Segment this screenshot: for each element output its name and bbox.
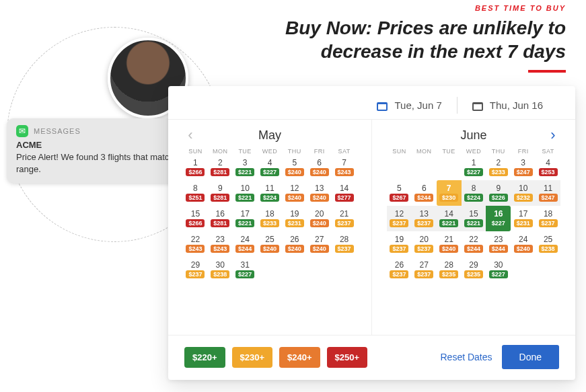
calendar-day[interactable]: 28$235 xyxy=(437,257,462,282)
headline: Buy Now: Prices are unlikely to decrease… xyxy=(216,16,566,63)
calendar-panel: Tue, Jun 7 Thu, Jun 16 ‹MaySUNMONTUEWEDT… xyxy=(168,86,575,380)
calendar-day[interactable]: 8$251 xyxy=(183,180,208,206)
calendar-day[interactable]: 16$281 xyxy=(208,206,233,231)
calendar-day[interactable]: 6$240 xyxy=(307,155,332,180)
calendar-day[interactable]: 5$240 xyxy=(282,155,307,180)
calendar-day[interactable]: 4$227 xyxy=(258,155,283,180)
calendar-day[interactable]: 1$227 xyxy=(462,155,486,180)
day-number: 19 xyxy=(290,210,299,218)
calendar-day[interactable]: 28$237 xyxy=(332,231,357,257)
calendar-day[interactable]: 6$244 xyxy=(412,180,437,206)
day-price: $240 xyxy=(310,194,329,202)
calendar-day[interactable]: 17$221 xyxy=(233,206,258,231)
prev-month-button[interactable]: ‹ xyxy=(183,128,198,143)
legend-chip: $250+ xyxy=(327,347,368,368)
calendar-day[interactable]: 18$233 xyxy=(258,206,283,231)
calendar-day[interactable]: 8$224 xyxy=(462,180,486,206)
calendar-day[interactable]: 2$233 xyxy=(486,155,511,180)
day-number: 21 xyxy=(340,210,349,218)
depart-date-field[interactable]: Tue, Jun 7 xyxy=(362,97,456,114)
calendar-day[interactable]: 7$243 xyxy=(332,155,357,180)
calendar-day[interactable]: 14$277 xyxy=(332,180,357,206)
day-number: 28 xyxy=(340,235,349,243)
calendar-day[interactable]: 9$226 xyxy=(486,180,511,206)
calendar-day[interactable]: 23$243 xyxy=(208,231,233,257)
calendar-day[interactable]: 30$227 xyxy=(486,257,511,282)
day-number: 8 xyxy=(472,184,476,192)
day-price: $221 xyxy=(235,219,254,228)
day-price: $227 xyxy=(489,270,508,279)
calendar-day[interactable]: 18$237 xyxy=(536,206,560,231)
calendar-day[interactable]: 30$238 xyxy=(208,257,233,282)
calendar-day[interactable]: 2$281 xyxy=(208,155,233,180)
day-price: $237 xyxy=(335,245,354,253)
calendar-day[interactable]: 21$237 xyxy=(332,206,357,231)
day-price: $224 xyxy=(260,194,279,202)
next-month-button[interactable]: › xyxy=(546,128,560,143)
calendar-day[interactable]: 16$227 xyxy=(486,206,511,231)
calendar-day[interactable]: 1$266 xyxy=(183,155,208,180)
day-price: $267 xyxy=(390,194,408,202)
calendar-day[interactable]: 3$247 xyxy=(511,155,536,180)
day-number: 22 xyxy=(191,235,200,243)
day-price: $240 xyxy=(285,168,304,177)
calendar-day[interactable]: 4$253 xyxy=(536,155,560,180)
calendar-day[interactable]: 3$221 xyxy=(233,155,258,180)
calendar-day[interactable]: 13$240 xyxy=(307,180,332,206)
calendar-day[interactable]: 29$235 xyxy=(462,257,486,282)
calendar-day[interactable]: 15$266 xyxy=(183,206,208,231)
day-number: 17 xyxy=(519,210,527,218)
calendar-day[interactable]: 23$244 xyxy=(486,231,511,257)
day-price: $266 xyxy=(186,219,205,228)
day-price: $240 xyxy=(285,245,304,253)
calendar-day[interactable]: 24$244 xyxy=(233,231,258,257)
calendar-day[interactable]: 9$281 xyxy=(208,180,233,206)
legend-chip: $220+ xyxy=(184,347,225,368)
calendar-grid: 1$2272$2333$2474$2535$2676$2447$2308$224… xyxy=(387,155,560,282)
day-price: $244 xyxy=(414,194,433,202)
calendar-day[interactable]: 11$224 xyxy=(258,180,283,206)
calendar-day[interactable]: 26$237 xyxy=(387,257,412,282)
calendar-day[interactable]: 17$231 xyxy=(511,206,536,231)
day-price: $251 xyxy=(186,194,205,202)
day-number: 3 xyxy=(243,159,248,167)
messages-app-icon: ✉ xyxy=(16,125,28,137)
calendar-day[interactable]: 24$240 xyxy=(511,231,536,257)
calendar-day[interactable]: 7$230 xyxy=(437,180,462,206)
calendar-day[interactable]: 15$221 xyxy=(462,206,486,231)
day-number: 11 xyxy=(544,184,552,192)
calendar-day[interactable]: 10$232 xyxy=(511,180,536,206)
calendar-day[interactable]: 22$243 xyxy=(183,231,208,257)
calendar-day[interactable]: 27$237 xyxy=(412,257,437,282)
calendar-day[interactable]: 21$240 xyxy=(437,231,462,257)
calendar-day[interactable]: 19$231 xyxy=(282,206,307,231)
calendar-day[interactable]: 19$237 xyxy=(387,231,412,257)
calendar-day[interactable]: 25$238 xyxy=(536,231,560,257)
day-number: 19 xyxy=(395,235,404,243)
calendar-day[interactable]: 12$237 xyxy=(387,206,412,231)
month-title: June xyxy=(460,128,486,143)
calendar-day[interactable]: 20$240 xyxy=(307,206,332,231)
calendar-day[interactable]: 26$240 xyxy=(282,231,307,257)
calendar-grid: 1$2662$2813$2214$2275$2406$2407$2438$251… xyxy=(183,155,357,282)
calendar-day[interactable]: 29$237 xyxy=(183,257,208,282)
calendar-day[interactable]: 14$221 xyxy=(437,206,462,231)
day-number: 18 xyxy=(265,210,274,218)
calendar-day[interactable]: 11$247 xyxy=(536,180,560,206)
calendar-day[interactable]: 27$240 xyxy=(307,231,332,257)
calendar-day[interactable]: 13$237 xyxy=(412,206,437,231)
reset-dates-link[interactable]: Reset Dates xyxy=(440,352,492,362)
calendar-day[interactable]: 5$267 xyxy=(387,180,412,206)
calendar-day[interactable]: 12$240 xyxy=(282,180,307,206)
calendar-day[interactable]: 22$244 xyxy=(462,231,486,257)
calendar-day[interactable]: 31$227 xyxy=(233,257,258,282)
day-price: $221 xyxy=(235,194,254,202)
calendar-day[interactable]: 25$240 xyxy=(258,231,283,257)
day-number: 29 xyxy=(191,261,200,269)
day-number: 27 xyxy=(315,235,324,243)
day-price: $244 xyxy=(235,245,254,253)
return-date-field[interactable]: Thu, Jun 16 xyxy=(457,97,558,114)
done-button[interactable]: Done xyxy=(502,345,559,369)
calendar-day[interactable]: 20$237 xyxy=(412,231,437,257)
calendar-day[interactable]: 10$221 xyxy=(233,180,258,206)
